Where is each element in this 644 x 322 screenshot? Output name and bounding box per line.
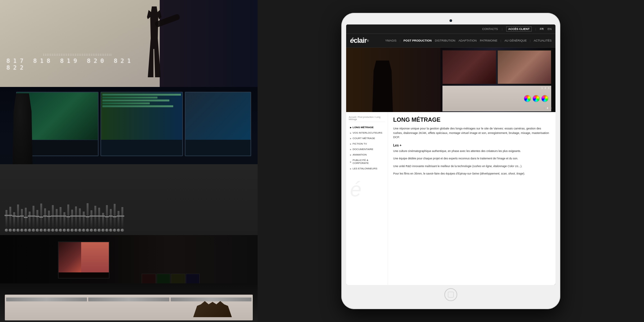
- page-3[interactable]: 3: [550, 107, 552, 109]
- photo-projection-room: ↓↓↓↓↓↓↓↓↓↓↓↓↓↓↓↓↓↓↓↓↓↓↓↓↓↓↓↓↓↓↓↓↓↓↓↓↓↓↓ …: [0, 0, 258, 87]
- sidebar-menu: LONG MÉTRAGE VOS INTERLOCUTEURS COURT MÉ…: [349, 125, 385, 171]
- les-plus-title: Les +: [393, 144, 550, 147]
- film-ruler-overlay: ↓↓↓↓↓↓↓↓↓↓↓↓↓↓↓↓↓↓↓↓↓↓↓↓↓↓↓↓↓↓↓↓↓↓↓↓↓↓↓ …: [0, 52, 155, 71]
- content-area: Accueil / Post production / Long Métrage…: [346, 112, 555, 285]
- nav-ymagis[interactable]: YMAGIS: [385, 39, 396, 42]
- paragraph-4: Pour les films en 35mm, le savoir-faire …: [393, 172, 550, 176]
- breadcrumb-home[interactable]: Accueil: [349, 116, 356, 118]
- logo-superscript: ®: [367, 39, 369, 43]
- sidebar-watermark: é: [349, 177, 385, 204]
- tablet-camera: [450, 19, 452, 22]
- nav-items: YMAGIS | POST PRODUCTION DISTRIBUTION AD…: [373, 39, 552, 42]
- header-links: CONTACTS | ACCÈS CLIENT | FR EN: [482, 26, 552, 32]
- svg-text:é: é: [350, 178, 362, 201]
- paragraph-2: Une équipe dédiée pour chaque projet et …: [393, 156, 550, 161]
- logo-area: éclair ®: [350, 36, 369, 45]
- lang-fr[interactable]: FR: [540, 27, 544, 31]
- operator-person: [3, 93, 68, 174]
- hero-image-area: 1 2 3 1 2 3: [346, 48, 555, 112]
- ruler-numbers: 817 818 819 820 821 822: [6, 57, 148, 71]
- sidebar-interlocuteurs[interactable]: VOS INTERLOCUTEURS: [349, 131, 385, 135]
- right-panel: CONTACTS | ACCÈS CLIENT | FR EN éclair ®…: [258, 0, 644, 322]
- breadcrumb-post[interactable]: Post production: [358, 116, 374, 118]
- paragraph-1: Une culture cinématographique authentiqu…: [393, 149, 550, 154]
- sidebar-animation[interactable]: ANIMATION: [349, 153, 385, 157]
- breadcrumb: Accueil / Post production / Long Métrage: [349, 116, 385, 122]
- hero-pagination: 1 2 3: [544, 107, 552, 109]
- sidebar-fiction-tv[interactable]: FICTION TV: [349, 142, 385, 146]
- main-content-area: LONG MÉTRAGE Une réponse unique pour la …: [388, 112, 555, 285]
- photo-editing-suite: [0, 87, 258, 235]
- sidebar: Accueil / Post production / Long Métrage…: [346, 112, 388, 285]
- paragraph-3: Une unité R&D innovante maîtrisant le me…: [393, 164, 550, 169]
- mixing-console: [0, 164, 258, 235]
- sidebar-etalonneurs[interactable]: LES ETALONNEURS: [349, 166, 385, 171]
- tablet-screen: CONTACTS | ACCÈS CLIENT | FR EN éclair ®…: [346, 24, 555, 285]
- photo-color-grading: [0, 235, 258, 322]
- hero-right-screens: 1 2 3: [442, 50, 551, 111]
- left-photo-collage: ↓↓↓↓↓↓↓↓↓↓↓↓↓↓↓↓↓↓↓↓↓↓↓↓↓↓↓↓↓↓↓↓↓↓↓↓↓↓↓ …: [0, 0, 258, 322]
- sidebar-court-metrage[interactable]: COURT MÉTRAGE: [349, 136, 385, 140]
- tablet-device: CONTACTS | ACCÈS CLIENT | FR EN éclair ®…: [341, 13, 560, 309]
- slider-2[interactable]: 2: [545, 87, 546, 90]
- nav-patrimoine[interactable]: PATRIMOINE: [480, 39, 497, 42]
- main-monitor: [58, 242, 109, 279]
- slider-3[interactable]: 3: [548, 87, 549, 90]
- tablet-home-button[interactable]: [444, 288, 457, 301]
- lang-en[interactable]: EN: [547, 27, 552, 31]
- sidebar-pub-corporate[interactable]: PUBLICITÉ & CORPORATE: [349, 158, 385, 165]
- nav-actualites[interactable]: ACTUALITÉS: [534, 39, 552, 42]
- site-top-bar: CONTACTS | ACCÈS CLIENT | FR EN: [346, 24, 555, 34]
- nav-adaptation[interactable]: ADAPTATION: [459, 39, 477, 42]
- hero-left: [346, 48, 440, 112]
- page-2[interactable]: 2: [547, 107, 548, 109]
- intro-paragraph: Une réponse unique pour la gestion globa…: [393, 127, 550, 140]
- hero-slider-nums: 1 2 3: [541, 87, 549, 90]
- page-title: LONG MÉTRAGE: [393, 117, 550, 123]
- nav-distribution[interactable]: DISTRIBUTION: [435, 39, 455, 42]
- hero-person-silhouette: [370, 61, 395, 112]
- slider-1[interactable]: 1: [541, 87, 543, 90]
- home-button-inner: [448, 292, 454, 298]
- page-1[interactable]: 1: [544, 107, 545, 109]
- sidebar-long-metrage[interactable]: LONG MÉTRAGE: [349, 125, 385, 129]
- site-nav: éclair ® YMAGIS | POST PRODUCTION DISTRI…: [346, 34, 555, 48]
- logo-text: éclair: [350, 36, 367, 45]
- sidebar-documentaire[interactable]: DOCUMENTAIRE: [349, 147, 385, 151]
- acces-client-link[interactable]: ACCÈS CLIENT: [506, 26, 532, 32]
- contacts-link[interactable]: CONTACTS: [482, 27, 498, 31]
- nav-postproduction[interactable]: POST PRODUCTION: [403, 39, 432, 42]
- nav-augenerique[interactable]: AU GÉNÉRIQUE: [505, 39, 527, 42]
